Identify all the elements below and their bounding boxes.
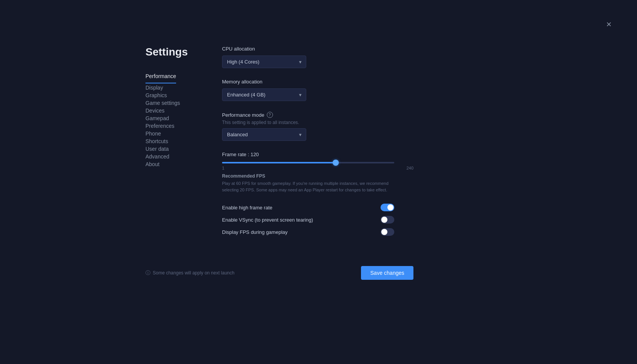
slider-min: 1: [222, 166, 224, 170]
toggle-row: Enable high frame rate: [222, 204, 394, 211]
memory-section: Memory allocation Low (1 GB)Medium (2 GB…: [222, 79, 413, 101]
perf-mode-select[interactable]: LowBalancedHigh: [222, 128, 306, 141]
toggle-switch[interactable]: [381, 204, 394, 211]
slider-max: 240: [407, 166, 413, 170]
save-changes-button[interactable]: Save changes: [361, 266, 413, 280]
frame-rate-slider-container[interactable]: [222, 162, 394, 163]
toggle-label: Enable high frame rate: [222, 205, 273, 211]
toggle-label: Enable VSync (to prevent screen tearing): [222, 217, 313, 223]
page-title: Settings: [145, 46, 214, 58]
memory-select-wrapper: Low (1 GB)Medium (2 GB)Enhanced (4 GB)Hi…: [222, 88, 306, 101]
recommended-fps-desc: Play at 60 FPS for smooth gameplay. If y…: [222, 180, 394, 193]
toggle-thumb: [387, 204, 394, 211]
toggle-thumb: [381, 229, 387, 235]
info-icon: ⓘ: [145, 269, 150, 276]
perf-mode-label: Performance mode: [222, 112, 265, 118]
toggle-row: Enable VSync (to prevent screen tearing): [222, 216, 394, 224]
sidebar-nav: PerformanceDisplayGraphicsGame settingsD…: [145, 70, 214, 168]
toggle-thumb: [381, 217, 387, 223]
slider-fill: [222, 162, 336, 163]
main-content: CPU allocation Low (1 Core)Medium (2 Cor…: [214, 46, 413, 240]
toggle-switch[interactable]: [381, 216, 394, 224]
slider-range-labels: 1 240: [222, 166, 413, 170]
perf-mode-label-row: Performance mode ?: [222, 112, 413, 118]
frame-rate-section: Frame rate : 120 1 240 Recommended FPS P…: [222, 152, 413, 193]
toggle-list: Enable high frame rateEnable VSync (to p…: [222, 204, 413, 236]
memory-select[interactable]: Low (1 GB)Medium (2 GB)Enhanced (4 GB)Hi…: [222, 88, 306, 101]
perf-mode-hint: This setting is applied to all instances…: [222, 120, 413, 125]
settings-panel: Settings PerformanceDisplayGraphicsGame …: [145, 46, 413, 240]
recommended-fps-title: Recommended FPS: [222, 173, 413, 179]
slider-thumb[interactable]: [333, 160, 339, 166]
cpu-section: CPU allocation Low (1 Core)Medium (2 Cor…: [222, 46, 413, 68]
footer: ⓘ Some changes will apply on next launch…: [145, 266, 413, 280]
footer-note: ⓘ Some changes will apply on next launch: [145, 269, 234, 276]
memory-label: Memory allocation: [222, 79, 413, 85]
perf-mode-section: Performance mode ? This setting is appli…: [222, 112, 413, 141]
cpu-label: CPU allocation: [222, 46, 413, 52]
footer-note-text: Some changes will apply on next launch: [153, 270, 234, 276]
cpu-select[interactable]: Low (1 Core)Medium (2 Cores)High (4 Core…: [222, 55, 306, 68]
toggle-row: Display FPS during gameplay: [222, 228, 394, 236]
cpu-select-wrapper: Low (1 Core)Medium (2 Cores)High (4 Core…: [222, 55, 306, 68]
toggle-switch[interactable]: [381, 228, 394, 236]
toggle-label: Display FPS during gameplay: [222, 229, 287, 235]
perf-mode-help-icon[interactable]: ?: [267, 112, 273, 118]
close-button[interactable]: ✕: [603, 19, 614, 30]
sidebar-item-about[interactable]: About: [145, 158, 160, 171]
perf-mode-select-wrapper: LowBalancedHigh ▼: [222, 128, 306, 141]
frame-rate-label: Frame rate : 120: [222, 152, 413, 157]
slider-track[interactable]: [222, 162, 394, 163]
sidebar: Settings PerformanceDisplayGraphicsGame …: [145, 46, 214, 240]
